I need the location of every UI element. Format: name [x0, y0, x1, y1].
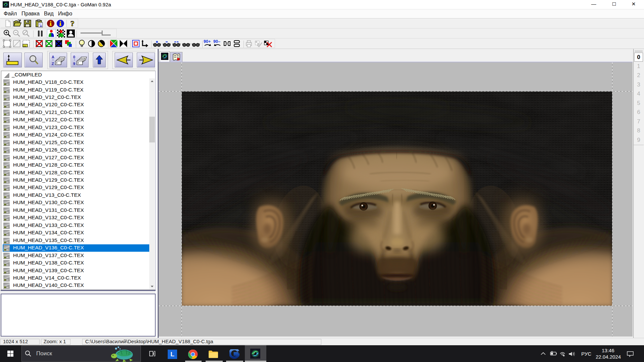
- svg-text:A: A: [52, 55, 54, 59]
- svg-text:9: 9: [73, 62, 75, 66]
- svg-text:0: 0: [73, 55, 75, 59]
- svg-text:Z: Z: [52, 62, 54, 66]
- svg-text:?: ?: [70, 19, 74, 27]
- svg-text:90+: 90+: [204, 40, 211, 44]
- svg-text:90–: 90–: [213, 40, 220, 44]
